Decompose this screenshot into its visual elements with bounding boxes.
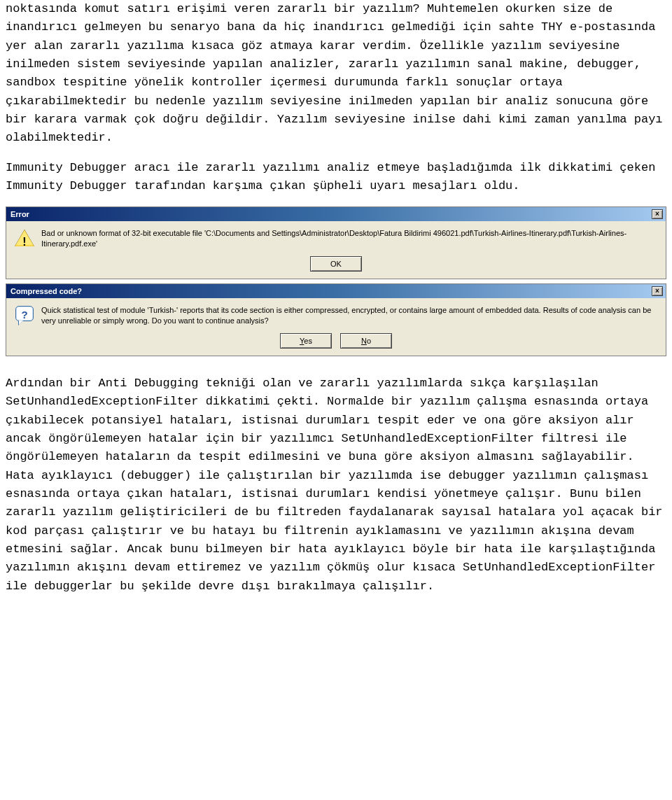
close-icon: × — [655, 211, 659, 218]
body-paragraph-1: noktasında komut satırı erişimi veren za… — [6, 0, 666, 148]
no-button[interactable]: No — [340, 333, 392, 349]
error-dialog-titlebar[interactable]: Error × — [6, 207, 666, 221]
body-paragraph-2: Immunity Debugger aracı ile zararlı yazı… — [6, 159, 666, 196]
question-icon: ? — [15, 305, 34, 325]
error-dialog-message: Bad or unknown format of 32-bit executab… — [41, 228, 657, 249]
yes-button-rest: es — [304, 337, 312, 345]
compressed-dialog-message: Quick statistical test of module 'Turkis… — [41, 305, 657, 326]
error-dialog-title: Error — [9, 209, 29, 220]
body-paragraph-3: Ardından bir Anti Debugging tekniği olan… — [6, 374, 666, 596]
compressed-dialog-title: Compressed code? — [9, 286, 82, 297]
error-dialog: Error × ! Bad or unknown format of 32-bi… — [6, 206, 666, 279]
close-icon: × — [655, 288, 659, 295]
compressed-dialog-titlebar[interactable]: Compressed code? × — [6, 284, 666, 298]
warning-icon: ! — [15, 228, 34, 248]
ok-button[interactable]: OK — [310, 256, 362, 272]
yes-button[interactable]: Yes — [280, 333, 332, 349]
compressed-code-dialog: Compressed code? × ? Quick statistical t… — [6, 283, 666, 356]
close-button[interactable]: × — [652, 209, 663, 219]
no-button-rest: o — [367, 337, 371, 345]
no-button-accel: N — [361, 337, 367, 345]
close-button[interactable]: × — [652, 286, 663, 296]
